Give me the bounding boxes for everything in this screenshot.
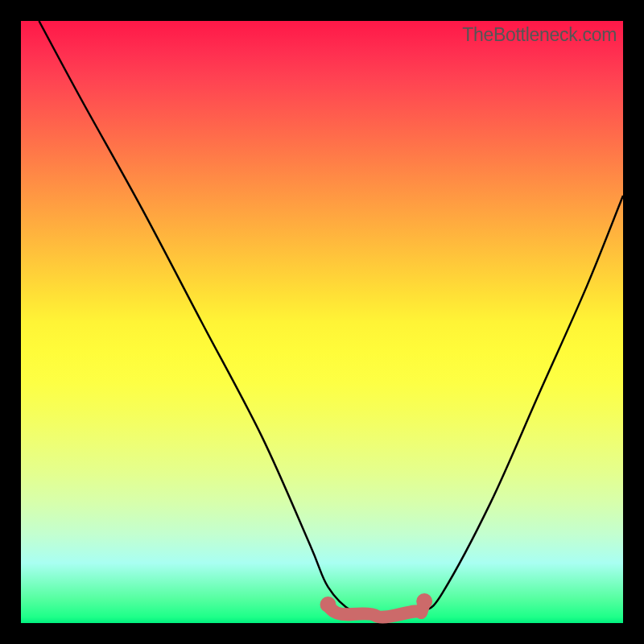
band-end-dot — [416, 593, 432, 609]
chart-svg — [21, 21, 623, 623]
bottleneck-curve — [39, 21, 623, 617]
chart-frame: TheBottleneck.com — [0, 0, 644, 644]
band-start-dot — [320, 597, 336, 613]
attribution-text: TheBottleneck.com — [462, 24, 617, 46]
